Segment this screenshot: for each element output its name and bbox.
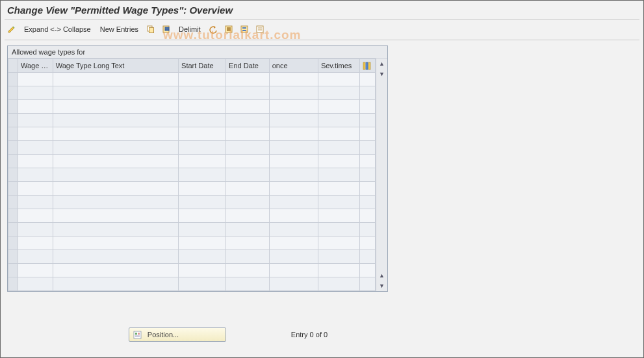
row-select-cell[interactable] [8, 141, 18, 155]
cell-end-date[interactable] [226, 237, 270, 250]
cell-wage-type[interactable] [18, 237, 53, 250]
scroll-up-step-icon[interactable]: ▲ [376, 270, 387, 281]
col-end-date[interactable]: End Date [226, 59, 270, 73]
cell-end-date[interactable] [226, 223, 270, 237]
table-row[interactable] [8, 73, 376, 86]
row-select-cell[interactable] [8, 182, 18, 196]
cell-start-date[interactable] [179, 277, 226, 291]
cell-sev-times[interactable] [318, 155, 359, 168]
cell-wage-type[interactable] [18, 127, 53, 141]
table-row[interactable] [8, 114, 376, 127]
cell-wage-type[interactable] [18, 182, 53, 196]
cell-once[interactable] [269, 237, 318, 250]
cell-long-text[interactable] [53, 100, 178, 114]
cell-end-date[interactable] [226, 155, 270, 168]
row-select-cell[interactable] [8, 86, 18, 100]
cell-once[interactable] [269, 277, 318, 291]
cell-long-text[interactable] [53, 114, 178, 127]
col-wage-type[interactable]: Wage T... [18, 59, 53, 73]
cell-sev-times[interactable] [318, 196, 359, 209]
cell-long-text[interactable] [53, 196, 178, 209]
row-select-cell[interactable] [8, 223, 18, 237]
scroll-down-icon[interactable]: ▼ [376, 281, 387, 291]
table-row[interactable] [8, 209, 376, 223]
cell-wage-type[interactable] [18, 250, 53, 264]
table-row[interactable] [8, 127, 376, 141]
row-select-cell[interactable] [8, 168, 18, 182]
scroll-down-step-icon[interactable]: ▼ [376, 69, 387, 79]
cell-end-date[interactable] [226, 277, 270, 291]
cell-long-text[interactable] [53, 250, 178, 264]
table-row[interactable] [8, 196, 376, 209]
cell-sev-times[interactable] [318, 237, 359, 250]
cell-wage-type[interactable] [18, 73, 53, 86]
new-entries-button[interactable]: New Entries [97, 24, 141, 34]
cell-wage-type[interactable] [18, 209, 53, 223]
cell-end-date[interactable] [226, 209, 270, 223]
row-select-header[interactable] [8, 59, 18, 73]
cell-once[interactable] [269, 86, 318, 100]
cell-start-date[interactable] [179, 223, 226, 237]
cell-once[interactable] [269, 73, 318, 86]
cell-long-text[interactable] [53, 264, 178, 277]
row-select-cell[interactable] [8, 209, 18, 223]
cell-start-date[interactable] [179, 127, 226, 141]
expand-collapse-button[interactable]: Expand <-> Collapse [21, 24, 94, 34]
cell-sev-times[interactable] [318, 100, 359, 114]
cell-wage-type[interactable] [18, 168, 53, 182]
cell-end-date[interactable] [226, 114, 270, 127]
row-select-cell[interactable] [8, 250, 18, 264]
table-row[interactable] [8, 264, 376, 277]
cell-start-date[interactable] [179, 237, 226, 250]
cell-wage-type[interactable] [18, 223, 53, 237]
cell-wage-type[interactable] [18, 264, 53, 277]
copy-icon[interactable] [145, 23, 157, 35]
cell-end-date[interactable] [226, 196, 270, 209]
undo-icon[interactable] [207, 23, 219, 35]
cell-sev-times[interactable] [318, 141, 359, 155]
cell-sev-times[interactable] [318, 114, 359, 127]
cell-start-date[interactable] [179, 73, 226, 86]
cell-once[interactable] [269, 196, 318, 209]
row-select-cell[interactable] [8, 264, 18, 277]
cell-sev-times[interactable] [318, 250, 359, 264]
cell-long-text[interactable] [53, 168, 178, 182]
table-row[interactable] [8, 182, 376, 196]
row-select-cell[interactable] [8, 100, 18, 114]
cell-start-date[interactable] [179, 264, 226, 277]
cell-long-text[interactable] [53, 127, 178, 141]
cell-wage-type[interactable] [18, 114, 53, 127]
row-select-cell[interactable] [8, 237, 18, 250]
cell-sev-times[interactable] [318, 127, 359, 141]
cell-start-date[interactable] [179, 168, 226, 182]
cell-long-text[interactable] [53, 73, 178, 86]
scroll-up-icon[interactable]: ▲ [376, 58, 387, 69]
col-start-date[interactable]: Start Date [179, 59, 226, 73]
select-all-icon[interactable] [223, 23, 235, 35]
cell-wage-type[interactable] [18, 155, 53, 168]
table-row[interactable] [8, 86, 376, 100]
cell-long-text[interactable] [53, 141, 178, 155]
cell-once[interactable] [269, 250, 318, 264]
cell-start-date[interactable] [179, 141, 226, 155]
row-select-cell[interactable] [8, 155, 18, 168]
cell-end-date[interactable] [226, 182, 270, 196]
scroll-track[interactable] [376, 79, 387, 270]
table-row[interactable] [8, 100, 376, 114]
cell-sev-times[interactable] [318, 264, 359, 277]
col-long-text[interactable]: Wage Type Long Text [53, 59, 178, 73]
select-block-icon[interactable] [238, 23, 250, 35]
table-row[interactable] [8, 277, 376, 291]
row-select-cell[interactable] [8, 114, 18, 127]
delete-icon[interactable] [161, 23, 172, 35]
table-row[interactable] [8, 250, 376, 264]
cell-long-text[interactable] [53, 182, 178, 196]
cell-once[interactable] [269, 209, 318, 223]
cell-sev-times[interactable] [318, 182, 359, 196]
cell-sev-times[interactable] [318, 277, 359, 291]
row-select-cell[interactable] [8, 196, 18, 209]
cell-wage-type[interactable] [18, 196, 53, 209]
delimit-button[interactable]: Delimit [176, 24, 203, 34]
cell-wage-type[interactable] [18, 277, 53, 291]
cell-end-date[interactable] [226, 73, 270, 86]
